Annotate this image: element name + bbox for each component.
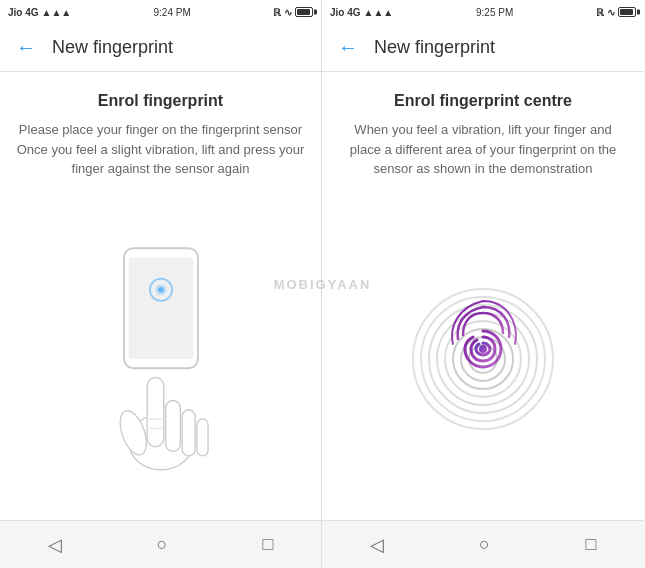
content-2: Enrol fingerprint centre When you feel a… xyxy=(322,72,644,520)
section-desc-1: Please place your finger on the fingerpr… xyxy=(16,120,305,179)
status-right-1: ℝ ∿ xyxy=(273,7,313,18)
svg-rect-9 xyxy=(197,419,208,456)
toolbar-title-1: New fingerprint xyxy=(52,37,173,58)
svg-point-13 xyxy=(413,289,553,429)
phone-hand-illustration xyxy=(61,239,261,479)
illustration-area-1 xyxy=(16,199,305,521)
svg-point-21 xyxy=(479,345,487,353)
time-2: 9:25 PM xyxy=(476,7,513,18)
fingerprint-illustration xyxy=(403,279,563,439)
toolbar-2: ← New fingerprint xyxy=(322,24,644,72)
section-desc-2: When you feel a vibration, lift your fin… xyxy=(338,120,628,179)
signal-icons-2: ▲▲▲ xyxy=(364,7,394,18)
recent-nav-1[interactable]: □ xyxy=(255,526,282,563)
svg-rect-7 xyxy=(165,401,180,452)
recent-nav-2[interactable]: □ xyxy=(577,526,604,563)
signal-icons-1: ▲▲▲ xyxy=(42,7,72,18)
status-left-2: Jio 4G ▲▲▲ xyxy=(330,7,393,18)
time-1: 9:24 PM xyxy=(154,7,191,18)
bt-icon-1: ℝ xyxy=(273,7,281,18)
toolbar-1: ← New fingerprint xyxy=(0,24,321,72)
svg-rect-8 xyxy=(182,410,195,456)
status-left-1: Jio 4G ▲▲▲ xyxy=(8,7,71,18)
status-bar-1: Jio 4G ▲▲▲ 9:24 PM ℝ ∿ xyxy=(0,0,321,24)
svg-rect-1 xyxy=(128,258,193,360)
screen-2: Jio 4G ▲▲▲ 9:25 PM ℝ ∿ ← New fingerprint… xyxy=(322,0,644,568)
bt-icon-2: ℝ xyxy=(596,7,604,18)
nav-bar-1: ◁ ○ □ xyxy=(0,520,321,568)
back-button-1[interactable]: ← xyxy=(16,36,36,59)
section-title-1: Enrol fingerprint xyxy=(98,92,223,110)
toolbar-title-2: New fingerprint xyxy=(374,37,495,58)
battery-icon-1 xyxy=(295,7,313,17)
back-button-2[interactable]: ← xyxy=(338,36,358,59)
carrier-1: Jio 4G xyxy=(8,7,39,18)
section-title-2: Enrol fingerprint centre xyxy=(394,92,572,110)
screen-1: Jio 4G ▲▲▲ 9:24 PM ℝ ∿ ← New fingerprint… xyxy=(0,0,322,568)
svg-rect-6 xyxy=(147,378,164,447)
screens-wrapper: Jio 4G ▲▲▲ 9:24 PM ℝ ∿ ← New fingerprint… xyxy=(0,0,645,568)
back-nav-1[interactable]: ◁ xyxy=(40,526,70,564)
wifi-icon-1: ∿ xyxy=(284,7,292,18)
svg-point-4 xyxy=(158,287,164,293)
status-right-2: ℝ ∿ xyxy=(596,7,636,18)
illustration-area-2 xyxy=(338,199,628,521)
wifi-icon-2: ∿ xyxy=(607,7,615,18)
carrier-2: Jio 4G xyxy=(330,7,361,18)
battery-icon-2 xyxy=(618,7,636,17)
nav-bar-2: ◁ ○ □ xyxy=(322,520,644,568)
svg-point-14 xyxy=(421,297,545,421)
back-nav-2[interactable]: ◁ xyxy=(362,526,392,564)
home-nav-1[interactable]: ○ xyxy=(149,526,176,563)
status-bar-2: Jio 4G ▲▲▲ 9:25 PM ℝ ∿ xyxy=(322,0,644,24)
content-1: Enrol fingerprint Please place your fing… xyxy=(0,72,321,520)
home-nav-2[interactable]: ○ xyxy=(471,526,498,563)
